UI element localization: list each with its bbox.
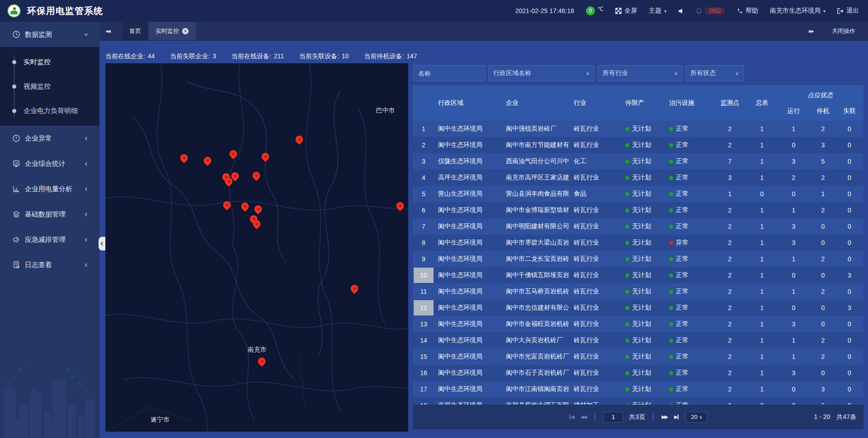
table-row[interactable]: 2 阆中生态环境局 阆中市南方节能建材有 砖瓦行业 无计划 正常 2 1 0 3… (413, 137, 863, 153)
cell-facility-status: 正常 (665, 287, 712, 296)
cell-facility-status: 正常 (665, 125, 712, 133)
col-header: 企业 (502, 85, 570, 121)
sidebar-item-1[interactable]: 视频监控 (0, 74, 99, 99)
tabs-scroll-left-button[interactable]: ◀◀ (99, 22, 116, 40)
row-index: 12 (413, 300, 434, 316)
cell-total-meters: 1 (747, 369, 777, 377)
cell-facility-status: 正常 (665, 401, 712, 405)
name-filter-input[interactable] (413, 65, 485, 81)
cell-total-meters: 1 (747, 239, 777, 246)
row-index: 18 (413, 397, 434, 405)
theme-dropdown[interactable]: 主题 ▾ (649, 7, 666, 15)
cell-limit-status: 无计划 (622, 190, 665, 198)
industry-filter-select[interactable]: 所有行业 ∨ (598, 65, 683, 81)
status-dot-icon (669, 160, 673, 164)
sidebar-collapse-button[interactable] (99, 237, 105, 250)
cell-lost: 0 (835, 353, 863, 360)
cell-running: 1 (777, 337, 811, 344)
cell-company: 阆中市五马桥页岩机砖 (502, 287, 570, 296)
page-size-select[interactable]: 20 ∨ (686, 412, 708, 423)
cell-industry: 食品 (570, 190, 622, 198)
cell-running: 1 (777, 125, 811, 132)
sidebar-item-label: 企业电力负荷明细 (24, 107, 78, 115)
cell-monitor-points: 2 (712, 353, 747, 360)
notifications[interactable]: 2632 (696, 7, 725, 14)
sidebar-group-4[interactable]: 基础数据管理 (0, 202, 99, 227)
bullet-dot-icon (12, 85, 16, 89)
sidebar-group-1[interactable]: 企业异常 (0, 126, 99, 151)
sidebar-group-label: 企业综合统计 (25, 160, 66, 168)
table-row[interactable]: 6 阆中生态环境局 阆中市金博瑞新型墙材 砖瓦行业 无计划 正常 2 1 1 2… (413, 202, 863, 218)
table-row[interactable]: 15 阆中生态环境局 阆中市光富页岩机砖厂 砖瓦行业 无计划 正常 2 1 1 … (413, 349, 863, 365)
table-row[interactable]: 17 阆中生态环境局 阆中市江南镇阆南页岩 砖瓦行业 无计划 正常 2 1 0 … (413, 381, 863, 397)
sidebar-group-6[interactable]: 日志查看 (0, 252, 99, 278)
tab-close-icon[interactable]: ✕ (182, 28, 189, 34)
help-button[interactable]: 帮助 (737, 7, 758, 15)
fullscreen-button[interactable]: 全屏 (615, 7, 637, 15)
tab-realtime-monitor[interactable]: 实时监控 ✕ (148, 22, 196, 40)
cell-industry: 砖瓦行业 (570, 320, 622, 328)
table-row[interactable]: 7 阆中生态环境局 阆中明阳建材有限公司 砖瓦行业 无计划 正常 2 1 3 0… (413, 218, 863, 235)
sidebar-group-3[interactable]: 企业用电量分析 (0, 176, 99, 202)
chevron-left-icon (84, 161, 89, 166)
logout-label: 退出 (846, 7, 859, 15)
cell-lost: 3 (835, 272, 863, 279)
main-content: 当前在线企业: 44 当前失联企业: 3 当前在线设备: 211 当前失联设备:… (99, 41, 868, 438)
stat-value: 3 (212, 52, 216, 60)
prev-page-button[interactable]: ◀◀ (580, 414, 587, 420)
table-row[interactable]: 1 阆中生态环境局 阆中强锐页岩砖厂 砖瓦行业 无计划 正常 2 1 1 2 0 (413, 121, 863, 137)
cell-company: 阆中市江南镇阆南页岩 (502, 385, 570, 393)
cell-total-meters: 1 (747, 288, 777, 295)
cell-lost: 0 (835, 174, 863, 181)
col-header: 停限产 (622, 85, 665, 121)
close-operations-button[interactable]: 关闭操作 (832, 27, 855, 35)
sidebar-group-0[interactable]: 数据监测 (0, 22, 99, 47)
table-row[interactable]: 16 阆中生态环境局 阆中市石子页岩机砖厂 砖瓦行业 无计划 正常 2 1 3 … (413, 365, 863, 381)
cell-facility-status: 正常 (665, 157, 712, 165)
table-row[interactable]: 13 阆中生态环境局 阆中市金福旺页岩机砖 砖瓦行业 无计划 正常 2 1 3 … (413, 316, 863, 332)
table-row[interactable]: 14 阆中生态环境局 阆中大兴页岩机砖厂 砖瓦行业 无计划 正常 2 1 1 2… (413, 332, 863, 349)
table-row[interactable]: 10 阆中生态环境局 阆中千佛镇五郎垭页岩 砖瓦行业 无计划 正常 2 1 0 … (413, 267, 863, 283)
cell-monitor-points: 2 (712, 369, 747, 377)
cell-limit-status: 无计划 (622, 141, 665, 149)
cell-running: 1 (777, 207, 811, 214)
status-filter-select[interactable]: 所有状态 ∨ (685, 65, 744, 81)
group-header-title: 点位状态 (777, 91, 863, 99)
table-row[interactable]: 11 阆中生态环境局 阆中市五马桥页岩机砖 砖瓦行业 无计划 正常 2 1 1 … (413, 283, 863, 300)
table-row[interactable]: 9 阆中生态环境局 阆中市二龙长宝页岩砖 砖瓦行业 无计划 正常 2 1 1 2… (413, 251, 863, 267)
sidebar-group-5[interactable]: 应急减排管理 (0, 227, 99, 252)
logout-button[interactable]: 退出 (837, 7, 859, 15)
mute-button[interactable] (678, 8, 684, 14)
last-page-button[interactable]: ▶ (674, 414, 679, 420)
cell-region: 阆中生态环境局 (434, 369, 502, 377)
page-number-input[interactable] (604, 412, 623, 423)
sidebar-item-0[interactable]: 实时监控 (0, 50, 99, 74)
sidebar-group-2[interactable]: 企业综合统计 (0, 151, 99, 176)
table-row[interactable]: 18 南部生态环境局 南部县双华大理石有限公 建材加工 无计划 正常 6 0 0… (413, 397, 863, 405)
first-page-button[interactable]: ◀ (569, 414, 574, 420)
table-row[interactable]: 8 阆中生态环境局 阆中市枣碧大梁山页岩 砖瓦行业 无计划 异常 2 1 3 0… (413, 235, 863, 251)
org-name: 南充市生态环境局 (770, 7, 821, 15)
cell-total-meters: 1 (747, 158, 777, 165)
table-row[interactable]: 3 仪陇生态环境局 西南油气田分公司川中 化工 无计划 正常 7 1 3 5 0 (413, 153, 863, 170)
table-row[interactable]: 4 高坪生态环境局 南充市高坪区王家店建 砖瓦行业 无计划 正常 3 1 2 2… (413, 170, 863, 186)
tabs-scroll-right-button[interactable]: ▶▶ (803, 29, 819, 33)
cell-region: 南部生态环境局 (434, 401, 502, 405)
brand: 环保用电监管系统 (0, 4, 103, 18)
sidebar-item-2[interactable]: 企业电力负荷明细 (0, 99, 99, 123)
map-panel[interactable]: 巴中市南充市遂宁市 (105, 63, 408, 432)
table-row[interactable]: 12 阆中生态环境局 阆中市忠信建材有限公 砖瓦行业 无计划 正常 2 1 0 … (413, 300, 863, 316)
cell-company: 阆中市忠信建材有限公 (502, 304, 570, 312)
cell-monitor-points: 2 (712, 125, 747, 132)
table-row[interactable]: 5 营山生态环境局 营山县润丰肉食品有限 食品 无计划 正常 1 0 0 1 0 (413, 186, 863, 202)
tab-home[interactable]: 首页 (122, 22, 148, 40)
log-file-icon (12, 261, 20, 269)
status-dot-icon (669, 387, 673, 391)
cell-industry: 砖瓦行业 (570, 385, 622, 393)
cell-total-meters: 1 (747, 174, 777, 181)
region-filter-select[interactable]: 行政区域名称 ∨ (488, 65, 594, 81)
next-page-button[interactable]: ▶▶ (661, 414, 668, 420)
org-dropdown[interactable]: 南充市生态环境局 ▾ (770, 7, 826, 15)
cell-region: 阆中生态环境局 (434, 287, 502, 296)
cell-total-meters: 1 (747, 304, 777, 311)
